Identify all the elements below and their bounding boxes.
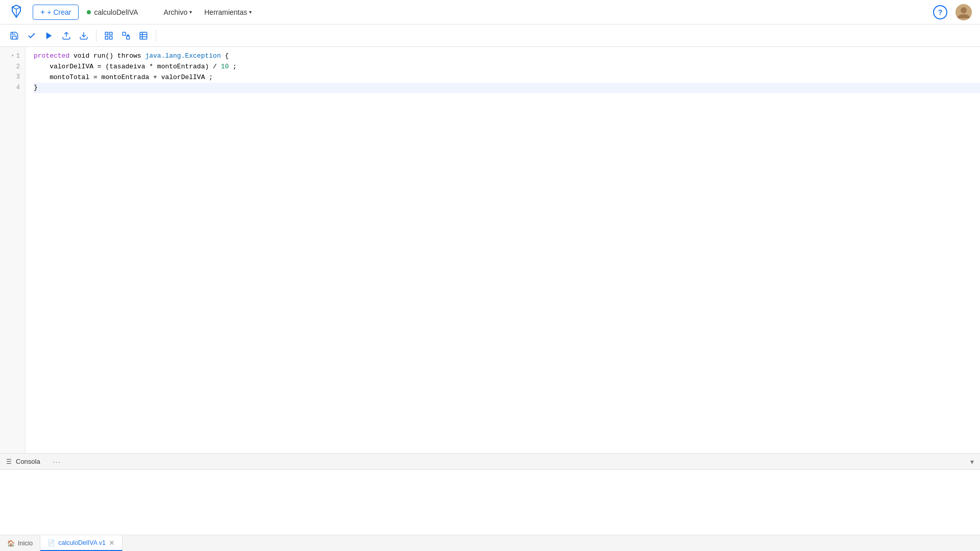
line-number-1: ▾ 1 <box>0 51 25 62</box>
nav-menu: Archivo ▾ Herramientas ▾ <box>159 5 257 19</box>
navbar: + + Crear calculoDelIVA Archivo ▾ Herram… <box>0 0 980 24</box>
tab-calculoDelIVA-close[interactable]: ✕ <box>109 539 115 546</box>
keyword-protected: protected <box>34 51 69 62</box>
console-header: ☰ Consola ··· ▾ <box>0 454 980 470</box>
tab-filename: calculoDelIVA <box>94 8 138 16</box>
svg-rect-7 <box>110 36 112 39</box>
tab-inicio-label: Inicio <box>18 540 33 547</box>
svg-rect-8 <box>105 36 108 39</box>
code-editor[interactable]: ▾ 1 2 3 4 protected void run () throws j… <box>0 47 980 453</box>
table-button[interactable] <box>135 28 152 44</box>
line-number-4: 4 <box>0 83 25 93</box>
file-icon: 📄 <box>47 539 55 546</box>
svg-point-1 <box>961 7 967 13</box>
user-avatar[interactable] <box>955 4 972 20</box>
console-panel: ☰ Consola ··· ▾ <box>0 453 980 535</box>
crear-label: + Crear <box>47 8 71 16</box>
console-icon: ☰ <box>6 458 12 465</box>
console-expand-button[interactable]: ▾ <box>970 458 974 466</box>
editor-container: ▾ 1 2 3 4 protected void run () throws j… <box>0 47 980 535</box>
archivo-menu[interactable]: Archivo ▾ <box>159 5 198 19</box>
bottom-tab-bar: 🏠 Inicio 📄 calculoDelIVA v1 ✕ <box>0 535 980 551</box>
svg-rect-9 <box>122 32 126 35</box>
add-component-button[interactable] <box>118 28 134 44</box>
code-line-1: protected void run () throws java.lang. … <box>34 51 980 62</box>
herramientas-arrow: ▾ <box>249 9 252 15</box>
console-body[interactable] <box>0 470 980 535</box>
template-button[interactable] <box>101 28 117 44</box>
svg-marker-2 <box>46 32 52 39</box>
code-content[interactable]: protected void run () throws java.lang. … <box>26 47 980 453</box>
validate-button[interactable] <box>23 28 40 44</box>
current-file-tab[interactable]: calculoDelIVA <box>87 8 138 16</box>
toolbar <box>0 24 980 47</box>
line-numbers: ▾ 1 2 3 4 <box>0 47 26 453</box>
toolbar-separator-2 <box>156 30 156 42</box>
herramientas-menu[interactable]: Herramientas ▾ <box>199 5 257 19</box>
tab-calculoDelIVA-label: calculoDelIVA v1 <box>58 539 106 546</box>
code-line-3: montoTotal = montoEntrada + valorDelIVA … <box>34 72 980 83</box>
svg-rect-10 <box>127 36 130 39</box>
home-icon: 🏠 <box>7 540 15 547</box>
navbar-right: ? <box>933 4 972 20</box>
code-line-2: valorDelIVA = (tasadeiva * montoEntrada)… <box>34 62 980 72</box>
svg-rect-11 <box>140 32 147 39</box>
svg-rect-6 <box>110 32 112 35</box>
svg-rect-5 <box>105 32 108 35</box>
code-line-4: } <box>34 83 980 93</box>
console-more-button[interactable]: ··· <box>53 458 62 466</box>
archivo-label: Archivo <box>164 8 188 16</box>
tab-calculoDelIVA[interactable]: 📄 calculoDelIVA v1 ✕ <box>40 535 122 551</box>
line-number-2: 2 <box>0 62 25 72</box>
plus-icon: + <box>40 8 45 17</box>
app-logo[interactable] <box>8 3 24 21</box>
fold-arrow-1[interactable]: ▾ <box>11 52 14 60</box>
console-title: Consola <box>16 458 40 465</box>
run-button[interactable] <box>41 28 57 44</box>
archivo-arrow: ▾ <box>189 9 192 15</box>
import-button[interactable] <box>76 28 92 44</box>
toolbar-separator-1 <box>96 30 96 42</box>
herramientas-label: Herramientas <box>204 8 247 16</box>
tab-inicio[interactable]: 🏠 Inicio <box>0 535 40 551</box>
online-dot <box>87 10 91 14</box>
export-button[interactable] <box>58 28 75 44</box>
line-number-3: 3 <box>0 72 25 83</box>
save-button[interactable] <box>6 28 22 44</box>
help-button[interactable]: ? <box>933 5 947 19</box>
crear-button[interactable]: + + Crear <box>33 5 79 20</box>
